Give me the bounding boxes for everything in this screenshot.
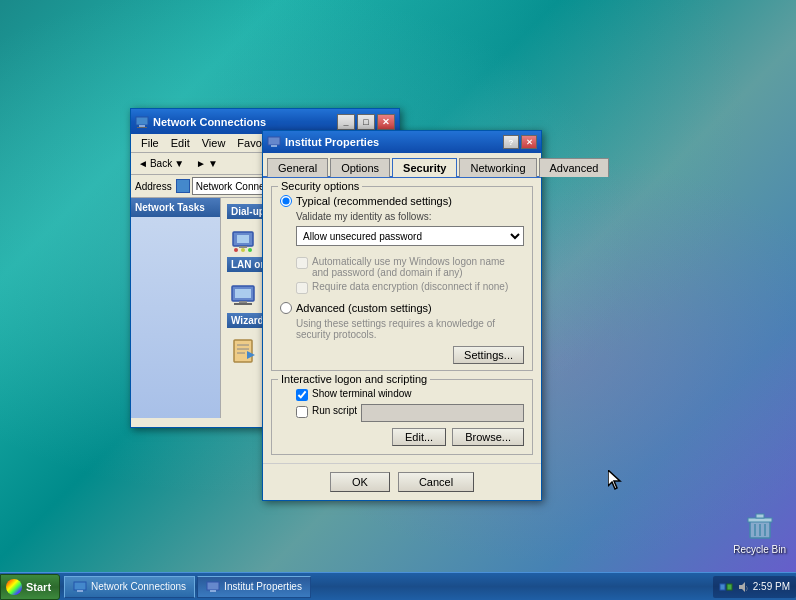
tab-security[interactable]: Security [392, 158, 457, 177]
taskbar-items: Network Connections Institut Properties [64, 575, 713, 599]
security-tab-content: Security options Typical (recommended se… [263, 178, 541, 463]
svg-text:): ) [746, 585, 748, 591]
script-input[interactable] [361, 404, 524, 422]
svg-rect-2 [137, 127, 147, 128]
menu-edit[interactable]: Edit [165, 135, 196, 151]
recycle-bin-icon[interactable]: Recycle Bin [733, 510, 786, 555]
start-label: Start [26, 581, 51, 593]
taskbar-network-icon [73, 580, 87, 594]
svg-rect-29 [207, 582, 219, 590]
dialup-icon [229, 226, 257, 254]
network-connections-controls: _ □ ✕ [337, 114, 395, 130]
svg-point-6 [234, 248, 238, 252]
svg-rect-32 [727, 584, 732, 590]
back-button[interactable]: ◄ Back ▼ [133, 155, 189, 172]
svg-rect-11 [239, 301, 247, 303]
taskbar-dialog-icon [206, 580, 220, 594]
auto-logon-label[interactable]: Automatically use my Windows logon name … [296, 256, 524, 278]
back-arrow-icon: ◄ [138, 158, 148, 169]
network-tray-icon [719, 580, 733, 594]
windows-logo-icon [6, 579, 22, 595]
recycle-bin-svg [744, 510, 776, 542]
tab-options[interactable]: Options [330, 158, 390, 177]
start-button[interactable]: Start [0, 574, 60, 600]
ok-button[interactable]: OK [330, 472, 390, 492]
run-script-checkbox[interactable] [296, 406, 308, 418]
institut-properties-dialog: Institut Properties ? ✕ General Options … [262, 130, 542, 501]
desktop: Network Connections _ □ ✕ File Edit View… [0, 0, 796, 600]
tab-advanced[interactable]: Advanced [539, 158, 610, 177]
network-connections-title: Network Connections [153, 116, 333, 128]
dialog-close-button[interactable]: ✕ [521, 135, 537, 149]
sidebar-header: Network Tasks [131, 198, 220, 217]
svg-rect-12 [234, 303, 252, 305]
forward-button[interactable]: ► ▼ [191, 155, 223, 172]
svg-rect-0 [136, 117, 148, 125]
svg-rect-31 [720, 584, 725, 590]
network-connections-title-icon [135, 115, 149, 129]
menu-view[interactable]: View [196, 135, 232, 151]
taskbar-network-label: Network Connections [91, 581, 186, 592]
help-button[interactable]: ? [503, 135, 519, 149]
taskbar-dialog-label: Institut Properties [224, 581, 302, 592]
settings-button[interactable]: Settings... [453, 346, 524, 364]
svg-point-7 [241, 248, 245, 252]
svg-rect-19 [271, 145, 277, 147]
svg-rect-21 [748, 518, 772, 522]
typical-radio-text: Typical (recommended settings) [296, 195, 452, 207]
svg-rect-10 [235, 289, 251, 298]
edit-button[interactable]: Edit... [392, 428, 446, 446]
security-group-title: Security options [278, 180, 362, 192]
validate-label: Validate my identity as follows: [296, 211, 524, 222]
run-script-label[interactable]: Run script [296, 405, 357, 418]
address-label: Address [135, 181, 172, 192]
show-terminal-checkbox[interactable] [296, 389, 308, 401]
svg-rect-28 [77, 590, 83, 592]
advanced-radio[interactable] [280, 302, 292, 314]
tab-general[interactable]: General [267, 158, 328, 177]
auto-logon-text: Automatically use my Windows logon name … [312, 256, 524, 278]
settings-row: Settings... [280, 344, 524, 364]
script-buttons: Edit... Browse... [280, 428, 524, 446]
minimize-button[interactable]: _ [337, 114, 355, 130]
lan-icon [229, 281, 257, 309]
require-encryption-checkbox[interactable] [296, 282, 308, 294]
svg-rect-4 [237, 235, 249, 243]
clock: 2:59 PM [753, 581, 790, 592]
cancel-button[interactable]: Cancel [398, 472, 474, 492]
advanced-radio-label[interactable]: Advanced (custom settings) [280, 302, 524, 314]
taskbar: Start Network Connections Institut Prope… [0, 572, 796, 600]
svg-marker-33 [739, 582, 745, 592]
dialog-footer: OK Cancel [263, 463, 541, 500]
password-dropdown[interactable]: Allow unsecured password [296, 226, 524, 246]
require-encryption-text: Require data encryption (disconnect if n… [312, 281, 508, 292]
recycle-bin-label: Recycle Bin [733, 544, 786, 555]
typical-radio-label[interactable]: Typical (recommended settings) [280, 195, 524, 207]
taskbar-item-institut-properties[interactable]: Institut Properties [197, 576, 311, 598]
advanced-radio-text: Advanced (custom settings) [296, 302, 432, 314]
system-tray: ) 2:59 PM [713, 576, 796, 598]
tab-networking[interactable]: Networking [459, 158, 536, 177]
show-terminal-label[interactable]: Show terminal window [296, 388, 524, 401]
address-icon [176, 179, 190, 193]
volume-icon: ) [737, 580, 749, 594]
require-encryption-label[interactable]: Require data encryption (disconnect if n… [296, 281, 524, 294]
forward-arrow-icon: ► [196, 158, 206, 169]
show-terminal-text: Show terminal window [312, 388, 412, 399]
svg-rect-13 [234, 340, 252, 362]
svg-rect-5 [239, 246, 247, 248]
auto-logon-checkbox[interactable] [296, 257, 308, 269]
typical-radio[interactable] [280, 195, 292, 207]
browse-button[interactable]: Browse... [452, 428, 524, 446]
close-button[interactable]: ✕ [377, 114, 395, 130]
script-row: Run script [296, 404, 524, 422]
taskbar-item-network-connections[interactable]: Network Connections [64, 576, 195, 598]
wizard-icon [229, 335, 257, 363]
dialog-titlebar: Institut Properties ? ✕ [263, 131, 541, 153]
menu-file[interactable]: File [135, 135, 165, 151]
advanced-note: Using these settings requires a knowledg… [296, 318, 524, 340]
maximize-button[interactable]: □ [357, 114, 375, 130]
svg-rect-22 [756, 514, 764, 518]
dialog-body: General Options Security Networking Adva… [263, 153, 541, 500]
svg-rect-30 [210, 590, 216, 592]
